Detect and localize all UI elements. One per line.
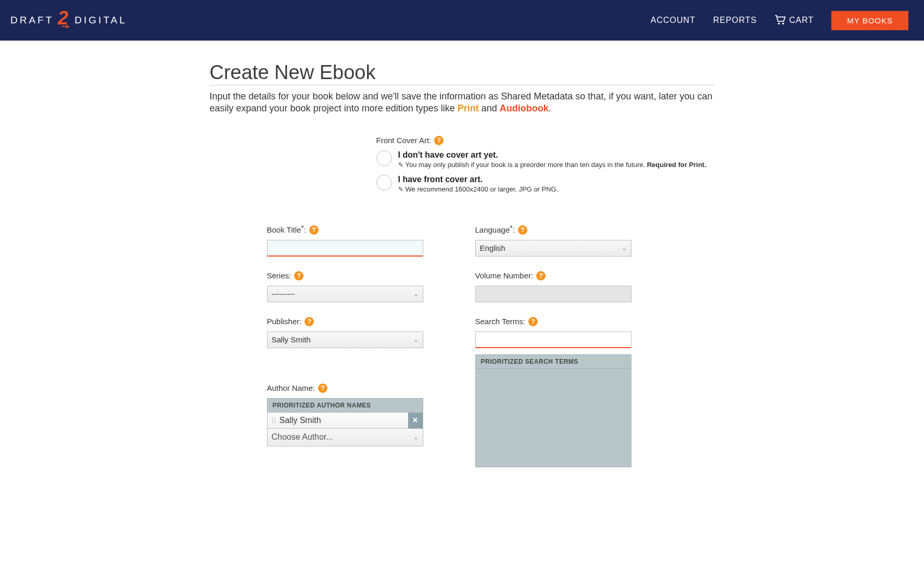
- help-icon[interactable]: ?: [318, 384, 327, 393]
- help-icon[interactable]: ?: [528, 317, 538, 326]
- help-icon[interactable]: ?: [309, 225, 319, 235]
- intro-print: Print: [458, 103, 479, 113]
- publisher-value: Sally Smith: [272, 335, 311, 344]
- cover-label-row: Front Cover Art: ?: [376, 136, 715, 145]
- svg-point-2: [782, 23, 784, 25]
- chevron-down-icon: ⌄: [413, 433, 419, 441]
- intro-and: and: [479, 103, 500, 113]
- cover-option-no-art[interactable]: I don't have cover art yet. ✎ You may on…: [376, 150, 715, 170]
- field-search-terms: Search Terms: ? PRIORITIZED SEARCH TERMS: [475, 317, 631, 467]
- cart-label: CART: [789, 16, 814, 25]
- series-label: Series:: [267, 271, 292, 280]
- author-chip-name: Sally Smith: [280, 416, 321, 425]
- intro-end: .: [549, 103, 551, 113]
- radio-icon[interactable]: [376, 150, 392, 166]
- cover-section: Front Cover Art: ? I don't have cover ar…: [376, 136, 715, 194]
- cover-option-have-art[interactable]: I have front cover art. ✎ We recommend 1…: [376, 175, 715, 194]
- language-label: Language: [475, 225, 510, 234]
- main-container: Create New Ebook Input the details for y…: [205, 61, 720, 467]
- search-terms-label: Search Terms:: [475, 317, 525, 326]
- help-icon[interactable]: ?: [294, 271, 303, 280]
- brand-left: DRAFT: [10, 15, 54, 26]
- search-terms-panel-header: PRIORITIZED SEARCH TERMS: [475, 354, 631, 368]
- author-panel-header: PRIORITIZED AUTHOR NAMES: [267, 398, 423, 412]
- choose-author-label: Choose Author...: [272, 432, 333, 442]
- cover-opt2-note: ✎ We recommend 1600x2400 or larger, JPG …: [398, 185, 559, 194]
- required-star: *: [301, 224, 303, 232]
- help-icon[interactable]: ?: [305, 317, 314, 326]
- radio-icon[interactable]: [376, 175, 392, 190]
- language-value: English: [480, 244, 505, 252]
- cover-opt2-text: I have front cover art. ✎ We recommend 1…: [398, 175, 559, 194]
- nav: ACCOUNT REPORTS CART MY BOOKS: [651, 11, 908, 30]
- series-value: ---------: [272, 289, 295, 298]
- field-author: Author Name: ? PRIORITIZED AUTHOR NAMES …: [267, 384, 423, 467]
- my-books-button[interactable]: MY BOOKS: [831, 11, 908, 30]
- help-icon[interactable]: ?: [434, 136, 444, 145]
- field-volume: Volume Number: ?: [475, 271, 631, 302]
- author-label: Author Name:: [267, 384, 315, 392]
- field-book-title: Book Title*: ?: [267, 225, 423, 257]
- colon: :: [304, 225, 306, 234]
- volume-label: Volume Number:: [475, 271, 534, 280]
- nav-cart[interactable]: CART: [775, 15, 814, 25]
- svg-text:2: 2: [57, 8, 70, 29]
- drag-grip-icon[interactable]: ∷∷: [272, 418, 275, 423]
- series-select[interactable]: --------- ⌄: [267, 286, 423, 302]
- field-publisher: Publisher: ? Sally Smith ⌄: [267, 317, 423, 369]
- search-terms-list: [475, 368, 631, 467]
- help-icon[interactable]: ?: [518, 225, 527, 235]
- volume-input: [475, 286, 631, 302]
- chevron-down-icon: ⌄: [413, 290, 419, 298]
- page-title: Create New Ebook: [210, 61, 715, 85]
- cover-opt2-label: I have front cover art.: [398, 175, 559, 184]
- help-icon[interactable]: ?: [536, 271, 546, 280]
- intro-audio: Audiobook: [500, 103, 549, 113]
- svg-point-1: [778, 23, 780, 25]
- opt1-note-b: Required for Print.: [647, 161, 706, 169]
- chevron-down-icon: ⌄: [413, 336, 419, 343]
- field-language: Language*: ? English ⌄: [475, 225, 631, 257]
- opt2-note: We recommend 1600x2400 or larger, JPG or…: [406, 185, 559, 194]
- field-series: Series: ? --------- ⌄: [267, 271, 423, 302]
- logo-text: DRAFT 2 DIGITAL: [10, 8, 127, 33]
- cart-icon: [775, 15, 786, 25]
- language-select[interactable]: English ⌄: [475, 240, 631, 257]
- book-title-label: Book Title: [267, 225, 301, 234]
- publisher-label: Publisher:: [267, 317, 302, 326]
- logo-2-icon: 2: [54, 8, 74, 31]
- choose-author-select[interactable]: Choose Author... ⌄: [267, 429, 423, 446]
- pencil-icon: ✎: [398, 161, 403, 170]
- cover-label: Front Cover Art:: [376, 136, 432, 145]
- header: DRAFT 2 DIGITAL ACCOUNT REPORTS CART MY …: [0, 0, 924, 41]
- search-terms-input[interactable]: [475, 331, 631, 348]
- brand-right: DIGITAL: [74, 15, 127, 26]
- logo[interactable]: DRAFT 2 DIGITAL: [10, 8, 127, 33]
- form-grid: Book Title*: ? Language*: ? English ⌄ Se…: [267, 225, 715, 467]
- remove-author-button[interactable]: ×: [408, 413, 423, 428]
- required-star: *: [510, 224, 512, 232]
- colon: :: [513, 225, 515, 234]
- intro-text: Input the details for your book below an…: [210, 91, 715, 115]
- pencil-icon: ✎: [398, 186, 403, 194]
- nav-account[interactable]: ACCOUNT: [651, 16, 695, 25]
- publisher-select[interactable]: Sally Smith ⌄: [267, 331, 423, 348]
- author-chip[interactable]: ∷∷ Sally Smith ×: [267, 412, 423, 429]
- book-title-input[interactable]: [267, 240, 423, 257]
- chevron-down-icon: ⌄: [622, 245, 627, 252]
- nav-reports[interactable]: REPORTS: [713, 16, 757, 25]
- cover-opt1-text: I don't have cover art yet. ✎ You may on…: [398, 150, 706, 170]
- cover-opt1-label: I don't have cover art yet.: [398, 150, 706, 160]
- cover-opt1-note: ✎ You may only publish if your book is a…: [398, 161, 706, 170]
- opt1-note-a: You may only publish if your book is a p…: [406, 161, 647, 169]
